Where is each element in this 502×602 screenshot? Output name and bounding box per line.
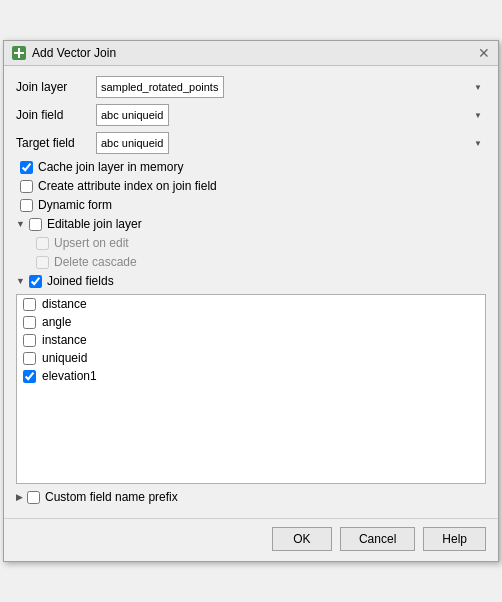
svg-rect-1 (18, 48, 20, 58)
cache-join-checkbox[interactable] (20, 161, 33, 174)
joined-fields-label: Joined fields (47, 274, 114, 288)
editable-join-checkbox[interactable] (29, 218, 42, 231)
field-instance-checkbox[interactable] (23, 334, 36, 347)
list-item: uniqueid (17, 349, 485, 367)
list-item: distance (17, 295, 485, 313)
custom-prefix-checkbox[interactable] (27, 491, 40, 504)
target-field-select-wrapper: abc uniqueid (96, 132, 486, 154)
help-button[interactable]: Help (423, 527, 486, 551)
create-index-label: Create attribute index on join field (38, 179, 217, 193)
dynamic-form-row: Dynamic form (16, 198, 486, 212)
join-layer-label: Join layer (16, 80, 96, 94)
field-instance-label: instance (42, 333, 87, 347)
joined-fields-list: distance angle instance uniqueid elevati… (16, 294, 486, 484)
target-field-select[interactable]: abc uniqueid (96, 132, 169, 154)
list-item: angle (17, 313, 485, 331)
app-icon (12, 46, 26, 60)
editable-join-label: Editable join layer (47, 217, 142, 231)
dynamic-form-checkbox[interactable] (20, 199, 33, 212)
list-item: instance (17, 331, 485, 349)
footer: OK Cancel Help (4, 518, 498, 561)
delete-cascade-label: Delete cascade (54, 255, 137, 269)
close-button[interactable]: ✕ (478, 46, 490, 60)
create-index-checkbox[interactable] (20, 180, 33, 193)
create-index-row: Create attribute index on join field (16, 179, 486, 193)
upsert-checkbox[interactable] (36, 237, 49, 250)
form-content: Join layer sampled_rotated_points Join f… (4, 66, 498, 514)
field-angle-label: angle (42, 315, 71, 329)
custom-prefix-chevron-icon: ▶ (16, 492, 23, 502)
custom-prefix-row: ▶ Custom field name prefix (16, 490, 486, 504)
join-field-select[interactable]: abc uniqueid (96, 104, 169, 126)
ok-button[interactable]: OK (272, 527, 332, 551)
target-field-row: Target field abc uniqueid (16, 132, 486, 154)
join-field-label: Join field (16, 108, 96, 122)
field-distance-label: distance (42, 297, 87, 311)
upsert-row: Upsert on edit (16, 236, 486, 250)
join-field-row: Join field abc uniqueid (16, 104, 486, 126)
cache-join-label: Cache join layer in memory (38, 160, 183, 174)
field-elevation1-checkbox[interactable] (23, 370, 36, 383)
dynamic-form-label: Dynamic form (38, 198, 112, 212)
editable-join-chevron-icon: ▼ (16, 219, 25, 229)
upsert-label: Upsert on edit (54, 236, 129, 250)
joined-fields-chevron-icon: ▼ (16, 276, 25, 286)
joined-fields-checkbox[interactable] (29, 275, 42, 288)
field-uniqueid-label: uniqueid (42, 351, 87, 365)
add-vector-join-window: Add Vector Join ✕ Join layer sampled_rot… (3, 40, 499, 562)
list-item: elevation1 (17, 367, 485, 385)
title-bar: Add Vector Join ✕ (4, 41, 498, 66)
cache-join-row: Cache join layer in memory (16, 160, 486, 174)
delete-cascade-checkbox[interactable] (36, 256, 49, 269)
field-uniqueid-checkbox[interactable] (23, 352, 36, 365)
cancel-button[interactable]: Cancel (340, 527, 415, 551)
field-elevation1-label: elevation1 (42, 369, 97, 383)
target-field-label: Target field (16, 136, 96, 150)
field-angle-checkbox[interactable] (23, 316, 36, 329)
join-layer-select-wrapper: sampled_rotated_points (96, 76, 486, 98)
editable-join-section: ▼ Editable join layer (16, 217, 486, 231)
delete-cascade-row: Delete cascade (16, 255, 486, 269)
window-title: Add Vector Join (32, 46, 116, 60)
custom-prefix-label: Custom field name prefix (45, 490, 178, 504)
join-layer-select[interactable]: sampled_rotated_points (96, 76, 224, 98)
join-field-select-wrapper: abc uniqueid (96, 104, 486, 126)
join-layer-row: Join layer sampled_rotated_points (16, 76, 486, 98)
field-distance-checkbox[interactable] (23, 298, 36, 311)
joined-fields-section-header: ▼ Joined fields (16, 274, 486, 288)
